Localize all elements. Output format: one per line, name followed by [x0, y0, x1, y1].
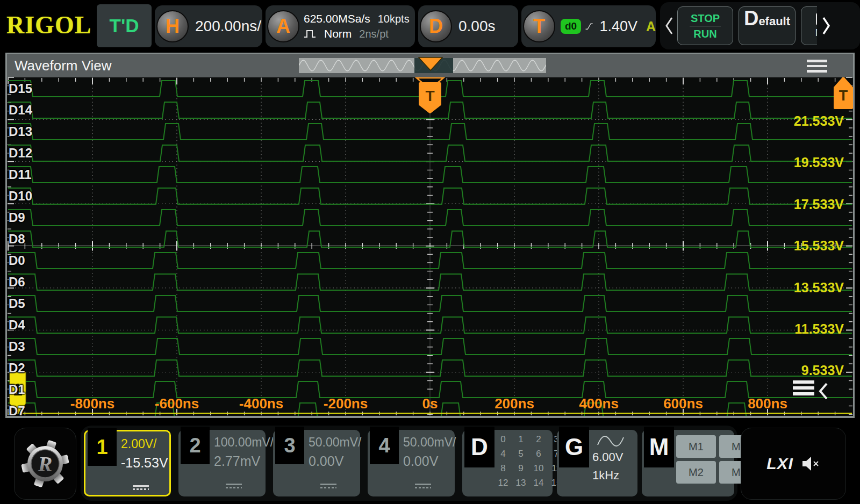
digital-channel-8: 8: [497, 463, 510, 474]
digital-channel-14: 14: [532, 478, 545, 488]
waveform-view-titlebar[interactable]: Waveform View: [7, 54, 853, 77]
default-button[interactable]: Default: [739, 6, 796, 45]
pulse-wave-icon: [304, 29, 320, 39]
voltage-label-2: 17.533V: [794, 196, 844, 212]
time-label-7: 600ns: [663, 395, 703, 412]
channel-1-offset: -15.53V: [121, 455, 168, 471]
time-label-0: -800ns: [70, 395, 114, 412]
rigol-logo: RIGOL: [6, 11, 91, 39]
stop-label: STOP: [691, 12, 720, 24]
trigger-knob-icon[interactable]: T: [523, 10, 555, 42]
channel-label-D12: D12: [9, 146, 32, 160]
math-button-M1[interactable]: M1: [676, 435, 716, 458]
digital-channel-10: 10: [532, 463, 545, 474]
trigger-status-indicator[interactable]: T'D: [97, 4, 152, 47]
run-label: RUN: [693, 28, 716, 40]
collapse-labels-icon[interactable]: [793, 380, 830, 403]
speaker-muted-icon[interactable]: [801, 455, 820, 473]
stop-run-button[interactable]: STOP RUN: [677, 6, 733, 45]
channel-2-number: 2: [181, 427, 210, 464]
digital-channel-12: 12: [497, 478, 510, 488]
delay-value: 0.00s: [458, 18, 496, 35]
math-button-M2[interactable]: M2: [676, 461, 716, 484]
horizontal-scale-value: 200.00ns/: [195, 18, 261, 35]
channel-2-offset: 2.77mV: [214, 453, 260, 469]
channel-label-D3: D3: [9, 340, 25, 354]
horizontal-settings[interactable]: H 200.00ns/: [155, 5, 262, 47]
channel-label-D10: D10: [9, 189, 32, 203]
lxi-label: LXI: [766, 455, 793, 473]
channel-2-card[interactable]: 2100.00mV/2.77mV: [178, 430, 266, 496]
lxi-status[interactable]: LXI: [741, 428, 846, 500]
channel-label-D13: D13: [9, 125, 32, 139]
digital-channels-card[interactable]: D 0123456789101112131415: [462, 430, 553, 496]
digital-channel-13: 13: [514, 478, 527, 488]
math-card[interactable]: M M1M3M2M4: [642, 430, 734, 496]
generator-frequency: 1kHz: [592, 469, 619, 483]
channel-label-D7: D7: [9, 404, 25, 416]
trigger-settings[interactable]: T d0 1.40V A: [521, 5, 656, 47]
digital-channel-numbers: 0123456789101112131415: [497, 434, 563, 488]
trigger-sweep-auto: A: [646, 19, 656, 34]
channel-3-offset: 0.00V: [309, 453, 343, 469]
menu-icon[interactable]: [807, 60, 827, 75]
time-label-8: 800ns: [748, 395, 787, 412]
voltage-label-6: 9.533V: [801, 363, 844, 378]
time-label-6: 400ns: [579, 395, 619, 412]
acquisition-settings[interactable]: A 625.00MSa/s 10kpts Norm 2ns/pt: [266, 5, 415, 47]
rigol-gear-logo[interactable]: R: [14, 428, 76, 500]
channel-3-scale: 50.00mV/: [309, 435, 361, 450]
channel-4-offset: 0.00V: [403, 453, 438, 469]
time-label-2: -400ns: [239, 395, 283, 412]
channel-2-scale: 100.00mV/: [214, 435, 274, 450]
channel-label-D14: D14: [9, 103, 32, 117]
channel-label-D5: D5: [9, 297, 25, 311]
overview-trigger-marker[interactable]: [418, 56, 443, 71]
channel-3-card[interactable]: 350.00mV/0.00V: [273, 430, 360, 496]
channel-label-D15: D15: [9, 82, 32, 96]
gear-icon: R: [19, 438, 71, 489]
svg-text:R: R: [38, 452, 53, 476]
generator-amplitude: 6.00V: [592, 450, 624, 464]
channel-label-D8: D8: [9, 232, 25, 246]
trigger-level-value: 1.40V: [599, 18, 637, 35]
voltage-label-0: 21.533V: [794, 113, 844, 129]
generator-card-tab: G: [559, 427, 589, 467]
channel-label-D0: D0: [9, 254, 25, 268]
rising-edge-icon: [585, 18, 593, 35]
time-label-3: -200ns: [324, 395, 368, 412]
delay-knob-icon[interactable]: D: [420, 10, 452, 42]
delay-settings[interactable]: D 0.00s: [418, 5, 518, 47]
channel-cards-group: 12.00V/-15.53V2100.00mV/2.77mV350.00mV/0…: [81, 426, 737, 501]
default-label-initial: D: [744, 7, 758, 30]
time-label-5: 200ns: [494, 395, 534, 412]
channel-1-card[interactable]: 12.00V/-15.53V: [84, 430, 171, 496]
top-controls-group: STOP RUN Default Me: [660, 2, 860, 49]
waveform-grid[interactable]: TT1D15D14D13D12D11D10D9D8D0D6D5D4D3D2D1D…: [7, 77, 853, 416]
chevron-right-icon[interactable]: [821, 15, 831, 37]
generator-card[interactable]: G 6.00V 1kHz: [557, 430, 637, 496]
channel-1-number: 1: [88, 428, 117, 466]
channel-4-number: 4: [370, 427, 399, 464]
waveform-overview-strip[interactable]: [299, 58, 546, 73]
chevron-left-icon[interactable]: [664, 15, 674, 37]
voltage-label-1: 19.533V: [794, 155, 844, 170]
waveform-view-title: Waveform View: [15, 57, 112, 74]
bottom-status-bar: R 12.00V/-15.53V2100.00mV/2.77mV350.00mV…: [0, 419, 860, 504]
trigger-source-badge: d0: [561, 19, 581, 34]
channel-3-number: 3: [275, 427, 304, 464]
channel-label-D9: D9: [9, 211, 25, 225]
digital-channel-2: 2: [532, 434, 545, 445]
channel-4-card[interactable]: 450.00mV/0.00V: [368, 430, 455, 496]
digital-channel-6: 6: [532, 449, 545, 459]
channel-1-scale: 2.00V/: [121, 437, 157, 451]
dc-coupling-icon: [320, 484, 336, 488]
acquisition-mode-value: Norm: [324, 27, 352, 40]
voltage-label-3: 15.533V: [794, 238, 844, 254]
digital-channel-1: 1: [514, 434, 527, 445]
acquisition-knob-icon[interactable]: A: [267, 10, 299, 42]
digital-channel-9: 9: [514, 463, 527, 474]
digital-channel-4: 4: [497, 449, 510, 459]
channel-label-D11: D11: [9, 168, 32, 182]
horizontal-knob-icon[interactable]: H: [156, 10, 189, 42]
